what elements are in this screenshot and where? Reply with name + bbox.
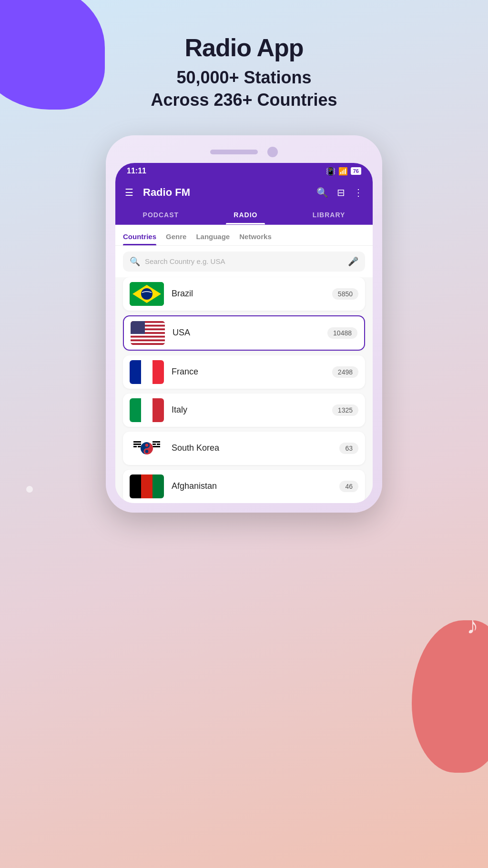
svg-rect-14 bbox=[133, 446, 137, 447]
svg-rect-7 bbox=[131, 333, 165, 335]
country-item-brazil[interactable]: Brazil 5850 bbox=[123, 277, 365, 311]
subtitle-line2: Across 236+ Countries bbox=[151, 90, 337, 110]
country-count-italy: 1325 bbox=[332, 404, 358, 416]
filter-networks[interactable]: Networks bbox=[239, 232, 272, 245]
country-name-south-korea: South Korea bbox=[172, 443, 339, 453]
phone-notch-bar bbox=[210, 150, 258, 154]
app-title: Radio App bbox=[0, 33, 488, 62]
svg-rect-8 bbox=[131, 337, 165, 339]
app-bar: ☰ Radio FM 🔍 ⊟ ⋮ bbox=[115, 180, 373, 205]
search-bar[interactable]: 🔍 Search Country e.g. USA 🎤 bbox=[123, 252, 365, 272]
music-note-decoration: ♪ bbox=[467, 612, 478, 639]
flag-brazil bbox=[130, 282, 164, 306]
svg-rect-18 bbox=[157, 444, 160, 445]
country-count-france: 2498 bbox=[332, 366, 358, 378]
header-section: Radio App 50,000+ Stations Across 236+ C… bbox=[0, 0, 488, 111]
filter-language[interactable]: Language bbox=[196, 232, 230, 245]
svg-point-2 bbox=[141, 288, 152, 300]
svg-point-22 bbox=[145, 450, 149, 453]
country-item-afghanistan[interactable]: Afghanistan 46 bbox=[123, 470, 365, 503]
country-item-usa[interactable]: USA 10488 bbox=[123, 315, 365, 351]
svg-rect-19 bbox=[152, 446, 160, 447]
dot-indicator bbox=[26, 486, 33, 493]
status-bar: 11:11 📳 📶 76 bbox=[115, 163, 373, 180]
svg-point-21 bbox=[145, 444, 149, 447]
tabs-row: PODCAST RADIO LIBRARY bbox=[115, 205, 373, 225]
phone-camera bbox=[267, 147, 278, 157]
filter-countries[interactable]: Countries bbox=[123, 232, 156, 245]
more-icon[interactable]: ⋮ bbox=[354, 187, 363, 198]
vibrate-icon: 📳 bbox=[326, 167, 336, 176]
subtitle-line1: 50,000+ Stations bbox=[176, 68, 311, 87]
tab-podcast[interactable]: PODCAST bbox=[135, 205, 186, 224]
country-count-afghanistan: 46 bbox=[339, 481, 358, 492]
tab-library[interactable]: LIBRARY bbox=[305, 205, 353, 224]
country-item-south-korea[interactable]: South Korea 63 bbox=[123, 432, 365, 465]
flag-usa bbox=[131, 321, 165, 345]
app-bar-title: Radio FM bbox=[143, 186, 311, 199]
flag-france bbox=[130, 360, 164, 384]
search-placeholder: Search Country e.g. USA bbox=[145, 257, 343, 265]
app-bar-icons: 🔍 ⊟ ⋮ bbox=[316, 187, 363, 198]
filter-row: Countries Genre Language Networks bbox=[115, 225, 373, 246]
country-item-italy[interactable]: Italy 1325 bbox=[123, 394, 365, 427]
search-container: 🔍 Search Country e.g. USA 🎤 bbox=[115, 246, 373, 277]
menu-icon[interactable]: ☰ bbox=[125, 187, 133, 198]
svg-rect-9 bbox=[131, 341, 165, 343]
svg-rect-16 bbox=[152, 441, 160, 443]
country-list: Brazil 5850 bbox=[115, 277, 373, 503]
status-icons: 📳 📶 76 bbox=[326, 167, 361, 176]
svg-rect-10 bbox=[131, 321, 145, 334]
phone-screen: 11:11 📳 📶 76 ☰ Radio FM 🔍 ⊟ ⋮ bbox=[115, 163, 373, 503]
battery-block: 76 bbox=[351, 167, 361, 175]
country-name-brazil: Brazil bbox=[172, 289, 332, 299]
filter-genre[interactable]: Genre bbox=[166, 232, 186, 245]
country-name-italy: Italy bbox=[172, 405, 332, 415]
country-name-france: France bbox=[172, 367, 332, 377]
wifi-icon: 📶 bbox=[338, 167, 348, 176]
status-time: 11:11 bbox=[127, 167, 146, 175]
phone-container: 11:11 📳 📶 76 ☰ Radio FM 🔍 ⊟ ⋮ bbox=[0, 135, 488, 513]
phone-notch-area bbox=[115, 145, 373, 159]
svg-rect-17 bbox=[152, 444, 156, 445]
country-item-france[interactable]: France 2498 bbox=[123, 355, 365, 389]
tab-radio[interactable]: RADIO bbox=[226, 205, 265, 224]
country-name-afghanistan: Afghanistan bbox=[172, 481, 339, 491]
country-name-usa: USA bbox=[173, 328, 327, 338]
svg-rect-12 bbox=[133, 441, 141, 443]
flag-south-korea bbox=[130, 436, 164, 460]
mic-icon[interactable]: 🎤 bbox=[348, 256, 358, 267]
flag-afghanistan bbox=[130, 474, 164, 498]
svg-rect-15 bbox=[138, 446, 141, 447]
bg-blob-red bbox=[412, 620, 488, 773]
search-icon[interactable]: 🔍 bbox=[316, 187, 328, 198]
filter-icon[interactable]: ⊟ bbox=[337, 187, 345, 198]
flag-italy bbox=[130, 398, 164, 422]
search-bar-icon: 🔍 bbox=[130, 256, 140, 267]
svg-rect-13 bbox=[133, 444, 141, 445]
country-count-usa: 10488 bbox=[327, 327, 357, 339]
app-subtitle: 50,000+ Stations Across 236+ Countries bbox=[0, 67, 488, 111]
country-count-brazil: 5850 bbox=[332, 288, 358, 300]
country-count-south-korea: 63 bbox=[339, 443, 358, 454]
phone-outer: 11:11 📳 📶 76 ☰ Radio FM 🔍 ⊟ ⋮ bbox=[106, 135, 382, 513]
